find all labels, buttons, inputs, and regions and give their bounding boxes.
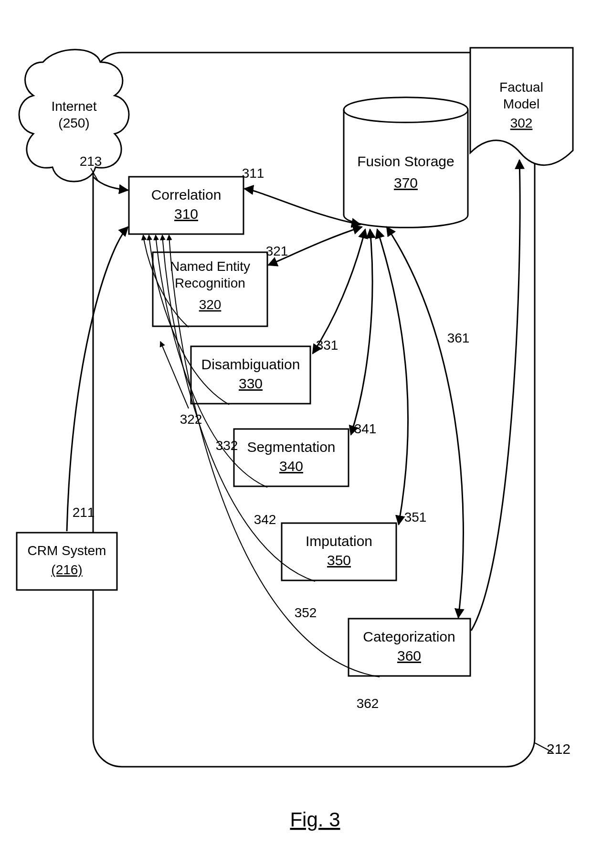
correlation-ref: 310 bbox=[174, 206, 198, 222]
fusion-storage: Fusion Storage 370 bbox=[344, 97, 468, 228]
fb-362-label: 362 bbox=[357, 696, 379, 711]
imputation-ref: 350 bbox=[327, 552, 351, 568]
edge-361-label: 361 bbox=[447, 331, 470, 345]
edge-311-label: 311 bbox=[242, 166, 264, 181]
edge-storage-imp bbox=[377, 229, 408, 525]
edge-341-label: 341 bbox=[354, 421, 377, 436]
stage-correlation: Correlation 310 bbox=[129, 177, 243, 234]
crm-label: CRM System bbox=[28, 543, 106, 558]
ner-label-2: Recognition bbox=[175, 276, 245, 290]
edge-cat-factual bbox=[471, 160, 520, 631]
internet-label: Internet bbox=[52, 99, 97, 114]
crm-ref: (216) bbox=[51, 562, 82, 577]
factual-ref: 302 bbox=[510, 116, 533, 130]
fb-332-label: 332 bbox=[216, 438, 238, 453]
crm-box: CRM System (216) bbox=[17, 533, 117, 590]
edge-351-label: 351 bbox=[404, 510, 427, 525]
fb-322-label: 322 bbox=[180, 412, 202, 427]
storage-label: Fusion Storage bbox=[357, 153, 454, 169]
fb-322-leader bbox=[160, 342, 189, 408]
edge-internet-correlation bbox=[93, 177, 128, 190]
edge-storage-seg bbox=[351, 229, 372, 435]
storage-ref: 370 bbox=[394, 175, 418, 191]
ner-ref: 320 bbox=[199, 297, 222, 312]
edge-321-label: 321 bbox=[266, 244, 288, 258]
correlation-label: Correlation bbox=[151, 187, 222, 203]
imputation-label: Imputation bbox=[306, 533, 372, 549]
segmentation-ref: 340 bbox=[279, 458, 303, 474]
diagram-stage: 212 Internet (250) CRM System (216) Fact… bbox=[0, 0, 592, 868]
factual-label-1: Factual bbox=[499, 80, 543, 95]
edge-213-label: 213 bbox=[80, 154, 102, 169]
internet-cloud: Internet (250) bbox=[19, 50, 129, 182]
factual-label-2: Model bbox=[503, 96, 539, 111]
categorization-label: Categorization bbox=[363, 629, 455, 644]
fb-352-label: 352 bbox=[295, 605, 317, 620]
ner-label-1: Named Entity bbox=[170, 259, 250, 274]
stage-disambiguation: Disambiguation 330 bbox=[191, 346, 310, 404]
figure-label: Fig. 3 bbox=[290, 808, 340, 831]
stage-imputation: Imputation 350 bbox=[282, 523, 396, 580]
edge-331-label: 331 bbox=[316, 338, 338, 353]
factual-model-shape: Factual Model 302 bbox=[470, 48, 573, 165]
edge-storage-cat bbox=[387, 227, 463, 618]
stage-categorization: Categorization 360 bbox=[349, 619, 470, 676]
stage-ner: Named Entity Recognition 320 bbox=[153, 252, 267, 326]
disambiguation-label: Disambiguation bbox=[201, 356, 300, 372]
edge-crm-correlation bbox=[67, 227, 128, 531]
categorization-ref: 360 bbox=[397, 648, 421, 664]
segmentation-label: Segmentation bbox=[247, 439, 335, 455]
fb-342-label: 342 bbox=[254, 512, 276, 527]
disambiguation-ref: 330 bbox=[239, 375, 263, 391]
internet-ref: (250) bbox=[58, 116, 89, 130]
edge-storage-disamb bbox=[313, 229, 365, 354]
svg-rect-0 bbox=[17, 533, 117, 590]
container-ref: 212 bbox=[547, 741, 571, 757]
edge-211-label: 211 bbox=[73, 505, 95, 520]
